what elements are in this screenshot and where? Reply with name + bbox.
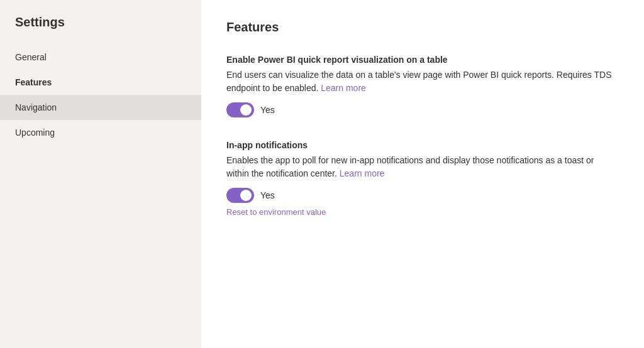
sidebar: Settings GeneralFeaturesNavigationUpcomi… [0, 0, 201, 348]
features-container: Enable Power BI quick report visualizati… [226, 55, 619, 217]
toggle-row-in-app-notifications: Yes [226, 188, 619, 203]
sidebar-item-navigation[interactable]: Navigation [0, 95, 201, 120]
sidebar-item-upcoming[interactable]: Upcoming [0, 120, 201, 145]
main-title: Features [226, 20, 619, 35]
toggle-label-in-app-notifications: Yes [260, 190, 275, 200]
toggle-row-power-bi: Yes [226, 102, 619, 117]
toggle-label-power-bi: Yes [260, 105, 275, 115]
sidebar-item-features[interactable]: Features [0, 70, 201, 95]
feature-description-power-bi: End users can visualize the data on a ta… [226, 68, 616, 95]
feature-title-power-bi: Enable Power BI quick report visualizati… [226, 55, 619, 65]
sidebar-item-general[interactable]: General [0, 45, 201, 70]
toggle-in-app-notifications[interactable] [226, 188, 254, 203]
reset-link-in-app-notifications[interactable]: Reset to environment value [226, 207, 326, 217]
feature-section-in-app-notifications: In-app notificationsEnables the app to p… [226, 140, 619, 217]
learn-more-link-in-app-notifications[interactable]: Learn more [340, 168, 385, 178]
feature-description-in-app-notifications: Enables the app to poll for new in-app n… [226, 154, 616, 180]
toggle-power-bi[interactable] [226, 102, 254, 117]
feature-title-in-app-notifications: In-app notifications [226, 140, 619, 150]
main-content: Features Enable Power BI quick report vi… [201, 0, 644, 348]
learn-more-link-power-bi[interactable]: Learn more [321, 83, 366, 93]
feature-section-power-bi: Enable Power BI quick report visualizati… [226, 55, 619, 117]
sidebar-title: Settings [0, 15, 201, 45]
sidebar-nav: GeneralFeaturesNavigationUpcoming [0, 45, 201, 145]
